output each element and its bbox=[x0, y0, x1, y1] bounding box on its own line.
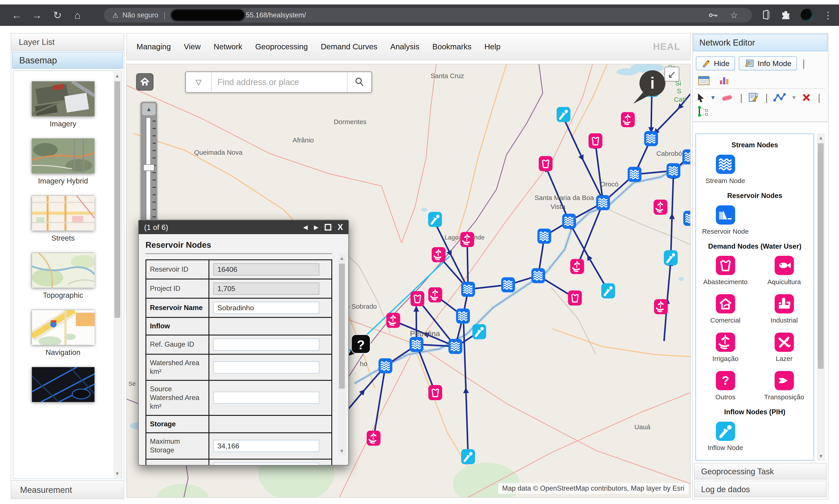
chart-icon[interactable] bbox=[719, 75, 730, 85]
forward-icon[interactable]: → bbox=[29, 4, 45, 26]
edit-vertices-icon[interactable] bbox=[697, 105, 709, 117]
map-node-irrigacao[interactable] bbox=[570, 259, 584, 274]
map-node-stream[interactable] bbox=[456, 308, 470, 324]
map-node-irrigacao[interactable] bbox=[653, 200, 667, 215]
field-input[interactable] bbox=[213, 361, 319, 374]
home-icon[interactable]: ⌂ bbox=[70, 4, 85, 26]
basemap-item-topographic[interactable]: Topographic bbox=[27, 253, 99, 300]
map-node-irrigacao[interactable] bbox=[621, 112, 635, 127]
map-node-irrigacao[interactable] bbox=[367, 431, 380, 446]
field-input[interactable] bbox=[213, 440, 319, 452]
key-icon[interactable] bbox=[708, 8, 718, 22]
collapse-arrow-icon[interactable]: ↙ bbox=[665, 67, 679, 81]
popup-next-icon[interactable]: ▶ bbox=[314, 224, 319, 231]
basemap-item-hybrid[interactable]: Imagery Hybrid bbox=[27, 138, 99, 185]
draw-polyline-icon[interactable] bbox=[773, 93, 786, 103]
basemap-item-streets[interactable]: Streets bbox=[27, 196, 99, 242]
window-icon[interactable] bbox=[698, 76, 709, 85]
map-node-abastecimento[interactable] bbox=[588, 133, 602, 148]
commercial-icon[interactable] bbox=[715, 293, 736, 314]
map-node-inflow[interactable] bbox=[601, 283, 615, 299]
basemap-thumbnail-dark[interactable] bbox=[32, 367, 94, 402]
basemap-item-navigation[interactable]: Navigation bbox=[27, 310, 99, 357]
menu-view[interactable]: View bbox=[184, 42, 201, 51]
log-accordion-header[interactable]: Log de dados bbox=[694, 481, 827, 497]
basemap-thumbnail-hybrid[interactable] bbox=[32, 138, 94, 173]
map-node-stream[interactable] bbox=[667, 163, 680, 178]
scrollbar-thumb[interactable] bbox=[115, 81, 120, 318]
popup-scrollbar[interactable]: ▲ ▼ bbox=[338, 254, 346, 455]
extensions-puzzle-icon[interactable] bbox=[781, 10, 791, 20]
network-link[interactable] bbox=[651, 95, 652, 132]
menu-geoprocessing[interactable]: Geoprocessing bbox=[255, 42, 308, 51]
scroll-down-icon[interactable]: ▼ bbox=[817, 452, 825, 461]
map-node-stream[interactable] bbox=[562, 214, 576, 229]
map-node-stream[interactable] bbox=[683, 211, 691, 226]
map-node-stream[interactable] bbox=[596, 195, 610, 210]
hide-button[interactable]: Hide bbox=[696, 56, 735, 71]
bookmark-star-icon[interactable]: ☆ bbox=[730, 8, 738, 22]
map-node-stream[interactable] bbox=[682, 149, 691, 164]
map-node-irrigacao[interactable] bbox=[460, 232, 474, 247]
irrigation-icon[interactable] bbox=[715, 332, 736, 353]
palette-item-comercial[interactable]: Comercial bbox=[696, 293, 755, 324]
map-node-abastecimento[interactable] bbox=[410, 291, 424, 306]
search-scope-dropdown[interactable]: ▽ bbox=[185, 71, 211, 93]
geoprocessing-accordion-header[interactable]: Geoprocessing Task bbox=[694, 463, 827, 480]
basemap-thumbnail-navigation[interactable] bbox=[32, 310, 94, 345]
basemap-thumbnail-streets[interactable] bbox=[32, 196, 94, 230]
map-node-stream[interactable] bbox=[628, 167, 641, 182]
map-node-stream[interactable] bbox=[644, 131, 658, 146]
map-node-inflow[interactable] bbox=[428, 212, 442, 227]
map-node-inflow[interactable] bbox=[461, 449, 475, 464]
menu-help[interactable]: Help bbox=[484, 42, 500, 51]
aquaculture-fish-icon[interactable] bbox=[774, 255, 794, 276]
field-input[interactable] bbox=[213, 302, 319, 314]
water-supply-icon[interactable] bbox=[715, 255, 736, 276]
scroll-up-icon[interactable]: ▲ bbox=[817, 133, 825, 142]
map-node-abastecimento[interactable] bbox=[539, 156, 552, 171]
map-node-irrigacao[interactable] bbox=[386, 313, 400, 328]
back-icon[interactable]: ← bbox=[9, 4, 24, 26]
map-node-stream[interactable] bbox=[501, 277, 515, 292]
scroll-up-icon[interactable]: ▲ bbox=[338, 254, 346, 263]
leisure-icon[interactable] bbox=[774, 332, 794, 353]
map-node-stream[interactable] bbox=[448, 339, 462, 354]
palette-item-aquicultura[interactable]: Aquicultura bbox=[755, 255, 814, 286]
field-input[interactable] bbox=[213, 463, 319, 465]
basemap-thumbnail-topographic[interactable] bbox=[32, 253, 94, 287]
delete-x-icon[interactable] bbox=[802, 93, 811, 102]
basemap-thumbnail-imagery[interactable] bbox=[32, 81, 94, 116]
address-bar[interactable]: ⚠ Não seguro | 55.168/healsystem/ ☆ bbox=[104, 8, 752, 22]
slider-handle[interactable] bbox=[143, 164, 154, 171]
others-question-icon[interactable]: ? bbox=[715, 370, 736, 391]
inflow-node-icon[interactable] bbox=[715, 421, 736, 442]
basemap-scrollbar[interactable]: ▲ ▼ bbox=[114, 71, 121, 478]
palette-item-abastecimento[interactable]: Abastecimento bbox=[696, 255, 755, 286]
basemap-item-imagery[interactable]: Imagery bbox=[27, 81, 99, 128]
polyline-dropdown-icon[interactable]: ▼ bbox=[791, 94, 797, 101]
menu-demand-curves[interactable]: Demand Curves bbox=[321, 42, 377, 51]
menu-analysis[interactable]: Analysis bbox=[390, 42, 420, 51]
measurement-accordion-header[interactable]: Measurement bbox=[11, 480, 124, 499]
basemap-item-dark[interactable] bbox=[27, 367, 99, 402]
zoom-in-icon[interactable]: ▲ bbox=[142, 103, 155, 115]
palette-item-lazer[interactable]: Lazer bbox=[755, 332, 814, 363]
field-input[interactable] bbox=[213, 392, 319, 404]
info-mode-button[interactable]: Info Mode bbox=[739, 56, 797, 71]
popup-maximize-icon[interactable] bbox=[325, 224, 331, 231]
palette-item-irrigacao[interactable]: Irrigação bbox=[696, 332, 755, 363]
industrial-icon[interactable] bbox=[774, 293, 794, 314]
map-node-stream[interactable] bbox=[378, 358, 392, 374]
scroll-down-icon[interactable]: ▼ bbox=[114, 469, 121, 478]
map-node-stream[interactable] bbox=[537, 229, 551, 244]
map-node-inflow[interactable] bbox=[472, 324, 486, 339]
map-home-button[interactable] bbox=[136, 73, 154, 91]
map-node-irrigacao[interactable] bbox=[428, 287, 442, 303]
map-node-inflow[interactable] bbox=[557, 107, 570, 122]
palette-scrollbar[interactable]: ▲ ▼ bbox=[817, 133, 825, 461]
map-node-stream[interactable] bbox=[531, 268, 545, 283]
palette-item-transposicao[interactable]: Transposição bbox=[755, 370, 814, 401]
palette-item-inflow[interactable]: Inflow Node bbox=[696, 421, 755, 452]
map-node-inflow[interactable] bbox=[664, 250, 678, 265]
